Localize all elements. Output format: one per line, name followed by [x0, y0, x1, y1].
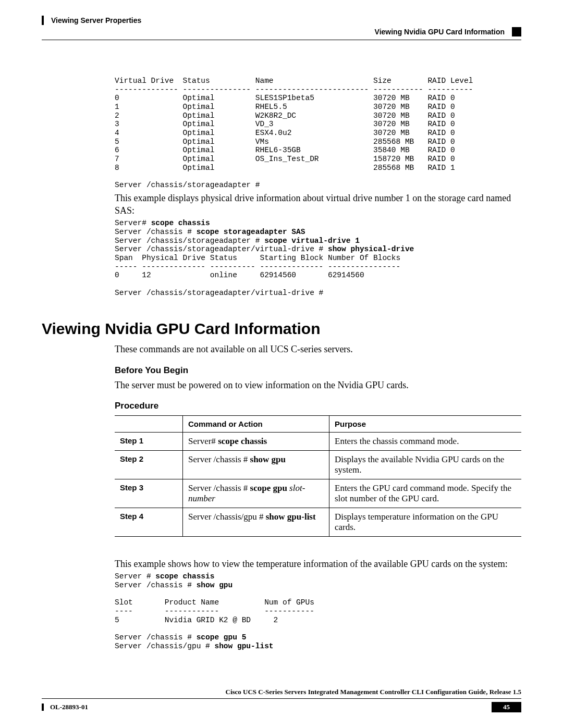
footer-rule: [42, 698, 521, 699]
table-header-row: Command or Action Purpose: [115, 415, 521, 432]
col-step: [115, 415, 183, 432]
page-number: 45: [492, 702, 521, 712]
header-rule: [42, 40, 521, 40]
gpu-cmd-block: Server # scope chassis Server /chassis #…: [115, 572, 521, 650]
cmd-bold: scope virtual-drive 1: [264, 237, 360, 245]
header-block-icon: [512, 27, 521, 36]
col-command: Command or Action: [183, 415, 329, 432]
cmd-text: Server /chassis/storageadapter/virtual-d…: [115, 245, 328, 253]
cmd-bold: show gpu: [197, 581, 233, 589]
main-content: Virtual Drive Status Name Size RAID Leve…: [115, 77, 521, 650]
footer-doc-title: Cisco UCS C-Series Servers Integrated Ma…: [42, 688, 521, 696]
cmd-text: Span Physical Drive Status Starting Bloc…: [115, 254, 400, 297]
cmd-text: Server /chassis #: [115, 228, 197, 236]
cmd-bold: scope chassis: [151, 219, 210, 227]
footer-bar-icon: [42, 704, 44, 711]
purpose-cell: Displays the available Nvidia GPU cards …: [329, 450, 522, 479]
before-you-begin-heading: Before You Begin: [115, 365, 521, 376]
header-left: Viewing Server Properties: [42, 16, 141, 25]
step-cell: Step 4: [115, 508, 183, 536]
before-you-begin-text: The server must be powered on to view in…: [115, 379, 521, 391]
cmd-bold: show gpu: [250, 454, 286, 464]
cmd-bold: scope gpu 5: [197, 633, 247, 641]
header-bar-icon: [42, 16, 44, 25]
virtual-drive-output: Virtual Drive Status Name Size RAID Leve…: [115, 77, 521, 190]
doc-id-text: OL-28893-01: [50, 703, 88, 711]
cmd-text: Server /chassis/storageadapter #: [115, 237, 264, 245]
header-left-text: Viewing Server Properties: [51, 16, 141, 24]
cmd-text: Server #: [115, 572, 155, 581]
cmd-bold: scope gpu: [250, 483, 287, 493]
command-cell: Server /chassis # show gpu: [183, 450, 329, 479]
table-row: Step 3 Server /chassis # scope gpu slot-…: [115, 479, 521, 508]
purpose-cell: Enters the GPU card command mode. Specif…: [329, 479, 522, 508]
running-header: Viewing Server Properties: [42, 16, 521, 25]
command-cell: Server /chassis # scope gpu slot-number: [183, 479, 329, 508]
running-header-right-row: Viewing Nvidia GPU Card Information: [42, 27, 521, 36]
cmd-text: Server#: [115, 219, 151, 227]
footer-doc-id: OL-28893-01: [42, 703, 88, 711]
table-row: Step 4 Server /chassis/gpu # show gpu-li…: [115, 508, 521, 536]
header-right-text: Viewing Nvidia GPU Card Information: [375, 28, 505, 36]
step-cell: Step 1: [115, 432, 183, 450]
cmd-bold: show gpu-list: [214, 642, 273, 650]
cmd-text: Server /chassis/gpu #: [115, 642, 214, 650]
footer-low-row: OL-28893-01 45: [42, 702, 521, 712]
cmd-text: Server /chassis #: [115, 581, 197, 589]
cmd-prefix: Server#: [188, 436, 218, 446]
vd-intro-paragraph: This example displays physical drive inf…: [115, 192, 521, 217]
cmd-prefix: Server /chassis #: [188, 454, 250, 464]
cmd-prefix: Server /chassis #: [188, 483, 250, 493]
command-cell: Server /chassis/gpu # show gpu-list: [183, 508, 329, 536]
gpu-intro-paragraph: These commands are not available on all …: [115, 343, 521, 355]
cmd-prefix: Server /chassis/gpu #: [188, 512, 266, 522]
page-footer: Cisco UCS C-Series Servers Integrated Ma…: [42, 688, 521, 712]
page: Viewing Server Properties Viewing Nvidia…: [0, 0, 563, 728]
example-paragraph: This example shows how to view the tempe…: [115, 558, 521, 570]
cmd-bold: show gpu-list: [266, 512, 316, 522]
physical-drive-cmd-block: Server# scope chassis Server /chassis # …: [115, 219, 521, 297]
step-cell: Step 3: [115, 479, 183, 508]
cmd-bold: scope storageadapter SAS: [197, 228, 305, 236]
purpose-cell: Enters the chassis command mode.: [329, 432, 522, 450]
command-cell: Server# scope chassis: [183, 432, 329, 450]
section-heading: Viewing Nvidia GPU Card Information: [42, 320, 521, 338]
cmd-bold: scope chassis: [218, 436, 267, 446]
col-purpose: Purpose: [329, 415, 522, 432]
procedure-table: Command or Action Purpose Step 1 Server#…: [115, 415, 521, 537]
cmd-bold: show physical-drive: [328, 245, 414, 253]
cmd-bold: scope chassis: [155, 572, 214, 581]
table-row: Step 2 Server /chassis # show gpu Displa…: [115, 450, 521, 479]
purpose-cell: Displays temperature information on the …: [329, 508, 522, 536]
step-cell: Step 2: [115, 450, 183, 479]
header-right: Viewing Nvidia GPU Card Information: [375, 27, 521, 36]
table-row: Step 1 Server# scope chassis Enters the …: [115, 432, 521, 450]
procedure-heading: Procedure: [115, 401, 521, 411]
